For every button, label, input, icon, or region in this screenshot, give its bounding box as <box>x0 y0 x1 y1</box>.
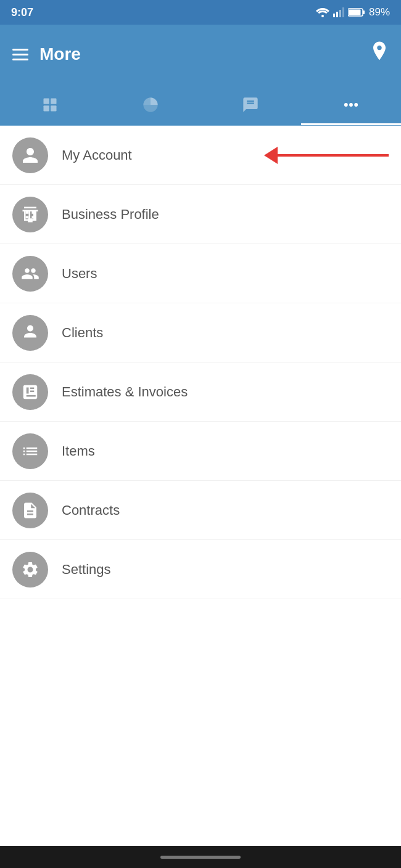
settings-icon <box>21 560 39 579</box>
svg-point-13 <box>349 103 353 107</box>
my-account-label: My Account <box>62 147 132 163</box>
estimates-invoices-label: Estimates & Invoices <box>62 384 188 400</box>
business-profile-label: Business Profile <box>62 207 159 223</box>
svg-rect-16 <box>32 211 35 214</box>
arrow-head <box>264 147 278 164</box>
red-arrow-annotation <box>265 147 389 164</box>
users-icon-circle <box>12 256 48 292</box>
location-pin-icon[interactable] <box>370 41 389 68</box>
svg-rect-11 <box>51 105 56 111</box>
invoices-icon <box>21 383 39 401</box>
contracts-label: Contracts <box>62 502 120 518</box>
tab-analytics[interactable] <box>101 84 201 125</box>
home-indicator[interactable] <box>160 856 241 859</box>
contracts-icon <box>21 501 39 520</box>
menu-item-clients[interactable]: Clients <box>0 303 401 362</box>
estimates-invoices-icon-circle <box>12 374 48 410</box>
svg-rect-8 <box>44 98 49 104</box>
menu-item-users[interactable]: Users <box>0 244 401 303</box>
hamburger-menu-button[interactable] <box>12 49 28 60</box>
signal-icon <box>333 7 344 17</box>
svg-rect-4 <box>342 7 344 17</box>
menu-item-settings[interactable]: Settings <box>0 540 401 599</box>
svg-point-0 <box>321 15 324 17</box>
svg-rect-6 <box>363 10 365 14</box>
menu-item-contracts[interactable]: Contracts <box>0 481 401 540</box>
status-bar: 9:07 89% <box>0 0 401 25</box>
business-icon <box>21 205 39 224</box>
clients-label: Clients <box>62 325 103 341</box>
business-profile-icon-circle <box>12 197 48 232</box>
page-title: More <box>39 44 81 64</box>
svg-rect-20 <box>23 331 38 333</box>
users-icon <box>21 264 39 283</box>
contracts-icon-circle <box>12 493 48 528</box>
app-bar: More <box>0 25 401 84</box>
app-bar-left: More <box>12 44 81 64</box>
settings-icon-circle <box>12 552 48 588</box>
tab-dashboard[interactable] <box>0 84 101 125</box>
items-icon <box>21 442 39 461</box>
svg-rect-17 <box>26 216 29 218</box>
clients-icon <box>21 324 39 342</box>
svg-rect-1 <box>333 14 335 17</box>
items-icon-circle <box>12 433 48 469</box>
menu-item-business-profile[interactable]: Business Profile <box>0 185 401 244</box>
svg-point-14 <box>354 103 358 107</box>
svg-rect-15 <box>26 211 29 214</box>
tab-messages[interactable] <box>200 84 301 125</box>
menu-item-my-account[interactable]: My Account <box>0 126 401 185</box>
users-label: Users <box>62 266 97 282</box>
time-display: 9:07 <box>11 6 33 19</box>
svg-rect-19 <box>28 218 33 222</box>
battery-percentage: 89% <box>369 6 390 18</box>
clients-icon-circle <box>12 315 48 351</box>
svg-rect-18 <box>32 216 35 218</box>
menu-item-estimates-invoices[interactable]: Estimates & Invoices <box>0 362 401 422</box>
battery-icon <box>348 7 365 17</box>
account-icon <box>21 146 39 165</box>
menu-list: My Account Business Profile Users <box>0 126 401 846</box>
items-label: Items <box>62 443 95 459</box>
svg-rect-2 <box>336 12 338 17</box>
wifi-icon <box>316 7 329 17</box>
arrow-line <box>278 154 389 157</box>
status-icons: 89% <box>316 6 390 18</box>
tab-bar <box>0 84 401 126</box>
bottom-bar <box>0 846 401 868</box>
svg-rect-9 <box>51 98 56 104</box>
tab-more[interactable] <box>301 84 402 125</box>
settings-label: Settings <box>62 562 111 578</box>
svg-rect-10 <box>44 105 49 111</box>
svg-rect-3 <box>339 10 341 17</box>
svg-rect-7 <box>349 10 360 15</box>
menu-item-items[interactable]: Items <box>0 422 401 481</box>
svg-point-12 <box>344 103 348 107</box>
my-account-icon-circle <box>12 137 48 173</box>
